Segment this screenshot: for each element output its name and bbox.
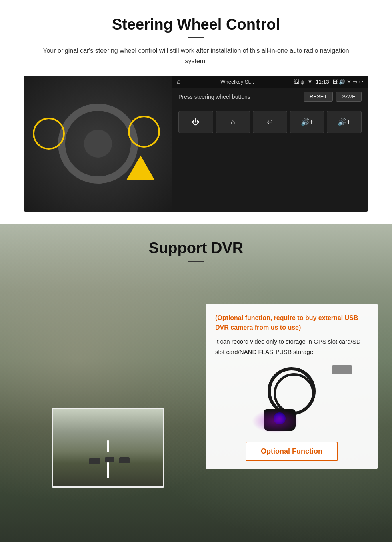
statusbar-icons: 🖼 ψ: [294, 79, 304, 85]
save-button[interactable]: SAVE: [336, 92, 362, 102]
car-silhouette-2: [105, 457, 114, 462]
grid-btn-vol-up2[interactable]: 🔊+: [327, 111, 362, 133]
car-silhouette-3: [119, 457, 130, 463]
steering-composite: ⌂ Wheelkey St... 🖼 ψ ▼ 11:13 🖼 🔊 ✕ ▭ ↩ P…: [24, 76, 368, 212]
dvr-preview-screen: [52, 408, 164, 488]
dvr-preview-inner: [53, 409, 163, 486]
yellow-circle-right: [128, 116, 160, 148]
grid-btn-home[interactable]: ⌂: [216, 111, 250, 133]
grid-btn-vol-up[interactable]: 🔊+: [290, 111, 324, 133]
statusbar-right-icons: 🖼 🔊 ✕ ▭ ↩: [332, 79, 363, 85]
optional-function-container: Optional Function: [215, 442, 368, 461]
steering-photo: [24, 76, 172, 212]
support-dvr-section: Support DVR (Optional function, require …: [0, 224, 392, 542]
car-silhouette-1: [89, 458, 100, 464]
steering-wheel: [58, 104, 138, 184]
panel-header-buttons: RESET SAVE: [304, 92, 362, 102]
steering-title: Steering Wheel Control: [24, 16, 368, 33]
steering-panel: ⌂ Wheelkey St... 🖼 ψ ▼ 11:13 🖼 🔊 ✕ ▭ ↩ P…: [172, 76, 368, 212]
optional-function-button[interactable]: Optional Function: [246, 442, 338, 461]
statusbar-title: Wheelkey St...: [184, 79, 291, 85]
dvr-content: Support DVR: [0, 224, 392, 262]
dvr-camera-image: [215, 363, 368, 435]
dvr-optional-text: (Optional function, require to buy exter…: [215, 313, 368, 332]
wheel-center: [84, 130, 112, 158]
dvr-description: It can record video only to storage in G…: [215, 336, 368, 357]
purple-glow: [252, 409, 300, 433]
reset-button[interactable]: RESET: [304, 92, 333, 102]
steering-wheel-section: Steering Wheel Control Your original car…: [0, 0, 392, 224]
home-icon: ⌂: [177, 78, 181, 85]
road-line: [107, 462, 109, 478]
cable-coil: [268, 367, 316, 415]
statusbar-time: 11:13: [316, 79, 329, 85]
grid-btn-power[interactable]: ⏻: [178, 111, 213, 133]
panel-button-grid: ⏻ ⌂ ↩ 🔊+ 🔊+: [172, 106, 368, 138]
yellow-circle-left: [33, 118, 65, 150]
dvr-title-divider: [188, 261, 204, 262]
dvr-title: Support DVR: [0, 240, 392, 257]
panel-statusbar: ⌂ Wheelkey St... 🖼 ψ ▼ 11:13 🖼 🔊 ✕ ▭ ↩: [172, 76, 368, 88]
panel-header: Press steering wheel buttons RESET SAVE: [172, 88, 368, 106]
steering-description: Your original car's steering wheel contr…: [32, 46, 360, 66]
usb-plug: [332, 365, 352, 374]
title-divider: [188, 37, 204, 38]
grid-btn-back[interactable]: ↩: [253, 111, 288, 133]
statusbar-signal: ▼: [307, 79, 312, 85]
panel-header-label: Press steering wheel buttons: [178, 94, 250, 100]
dvr-info-card: (Optional function, require to buy exter…: [206, 304, 378, 469]
